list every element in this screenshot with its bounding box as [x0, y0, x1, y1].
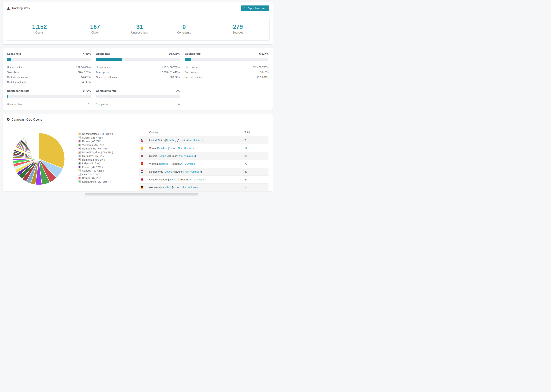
rate-title: Complaints rate	[96, 90, 117, 92]
export-all-link-spain[interactable]: All ›	[177, 147, 182, 149]
legend-label: United Kingdom ( 59 / 3% )	[82, 151, 113, 154]
legend-label: Brazil ( 33 / 2% )	[82, 176, 101, 179]
metric-row-opens-to-clicks-rate: Opens to clicks rate 689.82%	[96, 74, 179, 79]
details-link-spain[interactable]: Details ›	[157, 147, 167, 149]
legend-swatch	[78, 169, 81, 172]
legend-item-united-states: United States ( 541 / 31% )	[78, 132, 138, 136]
map-pin-icon	[7, 118, 10, 121]
country-name: Vietnam	[149, 162, 159, 165]
geo-legend: United States ( 541 / 31% ) Spain ( 121 …	[78, 127, 138, 191]
legend-swatch	[78, 181, 81, 183]
legend-item-russia: Russia ( 86 / 5% )	[78, 139, 138, 143]
rate-title: Clicks rate	[7, 52, 21, 56]
metric-value: 4.147%	[82, 81, 91, 84]
export-basic-stats-button[interactable]: Export basic stats	[241, 6, 269, 11]
page-title: Tracking stats	[12, 7, 30, 10]
details-link-germany[interactable]: Details ›	[161, 186, 171, 189]
country-cell: Russia [Details ›] [Export: All › / Uniq…	[149, 154, 245, 157]
pie-svg	[11, 132, 66, 186]
export-all-link-united-kingdom[interactable]: All ›	[189, 178, 194, 181]
details-link-vietnam[interactable]: Details ›	[160, 162, 170, 165]
table-row-vietnam: Vietnam [Details ›] [Export: All › / Uni…	[139, 160, 268, 168]
legend-item-romania: Romania ( 49 / 3% )	[78, 158, 138, 162]
bottom-scrollbar[interactable]	[85, 193, 198, 196]
dotted-leader	[28, 83, 81, 83]
progress-bar-fill	[7, 95, 8, 98]
progress-bar	[185, 58, 268, 61]
geo-pie-chart	[7, 127, 78, 191]
total-cell: 86	[245, 154, 268, 157]
metric-label: Complaints	[96, 103, 108, 106]
legend-label: France ( 42 / 2% )	[82, 166, 103, 168]
legend-swatch	[78, 166, 81, 168]
export-label: Export:	[169, 147, 177, 149]
tracking-stats-title-wrap: Tracking stats	[7, 7, 30, 10]
metric-value: 0	[178, 103, 180, 106]
flag-icon-ru	[141, 154, 143, 157]
export-all-link-united-states[interactable]: All ›	[186, 139, 191, 142]
export-all-link-netherlands[interactable]: All ›	[185, 170, 189, 173]
geo-table-header: Country Total	[139, 127, 268, 136]
metric-row-total-opens: Total opens 2,303 / 61.446%	[96, 69, 179, 74]
rate-value: 6.927%	[259, 52, 268, 56]
export-unique-link-russia[interactable]: Unique ›	[185, 154, 195, 157]
rate-title: Bounce rate	[185, 52, 201, 56]
export-all-link-germany[interactable]: All ›	[181, 186, 186, 189]
progress-bar	[96, 95, 179, 98]
geo-table-rows: United States [Details ›] [Export: All ›…	[139, 136, 268, 191]
metric-value: 242 / 86.738%	[252, 66, 268, 69]
legend-label: Spain ( 121 / 7% )	[82, 136, 103, 139]
metric-label: Total opens	[96, 71, 108, 74]
export-all-link-vietnam[interactable]: All ›	[180, 162, 185, 165]
table-row-germany: Germany [Details ›] [Export: All › / Uni…	[139, 183, 268, 191]
country-name: Spain	[149, 147, 156, 149]
country-name: United States	[149, 139, 165, 142]
details-link-netherlands[interactable]: Details ›	[164, 170, 174, 173]
rates-panel: Clicks rate 4.46% Unique clicks 167 / 4.…	[3, 48, 273, 110]
details-link-united-states[interactable]: Details ›	[166, 139, 175, 142]
export-unique-link-spain[interactable]: Unique ›	[184, 147, 194, 149]
stat-label: Bounces	[233, 31, 243, 34]
progress-bar-fill	[185, 58, 191, 61]
country-name: Russia	[149, 154, 157, 157]
total-cell: 59	[245, 178, 268, 181]
legend-item-italy: Italy ( 36 / 2% )	[78, 173, 138, 176]
metric-row-hard-bounces: Hard bounces 242 / 86.738%	[185, 64, 268, 69]
details-link-russia[interactable]: Details ›	[158, 154, 168, 157]
legend-swatch	[78, 177, 81, 179]
legend-label: Canada ( 40 / 2% )	[82, 169, 104, 172]
flag-icon-es	[141, 147, 143, 149]
export-unique-link-germany[interactable]: Unique ›	[188, 186, 198, 189]
total-cell: 79	[245, 162, 268, 165]
stats-summary-row: 1,152 Opens167 Clicks31 Unsubscribes0 Co…	[6, 17, 269, 41]
metric-row-clicks-to-opens-rate: Clicks to opens rate 14.497%	[7, 74, 91, 79]
metric-row-unique-clicks: Unique clicks 167 / 4.456%	[7, 64, 91, 69]
rate-title: Opens rate	[96, 52, 110, 56]
metric-value: 31	[88, 103, 91, 106]
table-row-netherlands: Netherlands [Details ›] [Export: All › /…	[139, 168, 268, 176]
metric-label: Unique opens	[96, 66, 111, 69]
export-unique-link-netherlands[interactable]: Unique ›	[191, 170, 201, 173]
metric-value: 689.82%	[170, 76, 179, 79]
rate-value: 4.46%	[83, 52, 91, 56]
legend-item-france: France ( 42 / 2% )	[78, 165, 138, 169]
export-unique-link-united-states[interactable]: Unique ›	[193, 139, 203, 142]
progress-bar	[96, 58, 179, 61]
metric-label: Click through rate	[7, 81, 27, 84]
geo-title: Campaign Geo Opens	[11, 118, 42, 121]
metric-row-internal-bounces: Internal bounces 19 / 6.81%	[185, 74, 268, 79]
flag-icon-de	[141, 186, 143, 189]
details-link-united-kingdom[interactable]: Details ›	[169, 178, 178, 181]
export-unique-link-united-kingdom[interactable]: Unique ›	[196, 178, 205, 181]
rate-head: Clicks rate 4.46%	[7, 52, 91, 56]
metric-value: 14.497%	[81, 76, 91, 79]
stat-card-bounces: 279 Bounces	[206, 17, 269, 40]
tracking-stats-panel: Tracking stats Export basic stats 1,152 …	[3, 2, 273, 44]
rate-rows: Unique opens 1,152 / 30.736% Total opens…	[96, 64, 179, 79]
metric-value: 2,303 / 61.446%	[162, 71, 180, 74]
country-cell: United States [Details ›] [Export: All ›…	[149, 139, 245, 142]
legend-swatch	[78, 162, 81, 165]
export-unique-link-vietnam[interactable]: Unique ›	[187, 162, 197, 165]
legend-label: Russia ( 86 / 5% )	[82, 140, 103, 143]
export-all-link-russia[interactable]: All ›	[179, 154, 183, 157]
